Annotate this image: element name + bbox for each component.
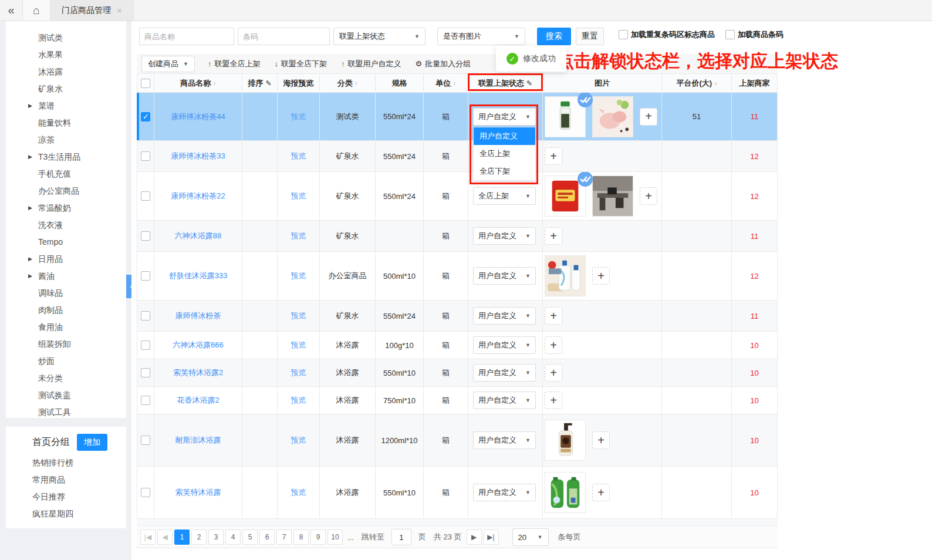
row-status-select[interactable]: 用户自定义▼ — [473, 364, 536, 382]
chevron-right-icon[interactable]: › — [355, 79, 357, 87]
sidebar-category-item[interactable]: ▶菜谱 — [6, 97, 126, 114]
page-button-7[interactable]: 7 — [276, 529, 292, 545]
sidebar-category-item[interactable]: ▶常温酸奶 — [6, 200, 126, 217]
sidebar-category-item[interactable]: 炒面 — [6, 353, 126, 370]
sidebar-category-item[interactable]: ▶酱油 — [6, 268, 126, 285]
sidebar-category-item[interactable]: 凉茶 — [6, 131, 126, 149]
chevron-right-icon[interactable]: › — [213, 79, 215, 87]
home-group-item[interactable]: 疯狂星期四 — [6, 505, 126, 522]
checkbox-icon[interactable] — [619, 30, 628, 39]
create-product-button[interactable]: 创建商品 ▼ — [141, 56, 195, 72]
load-duplicate-barcode-checkbox[interactable]: 加载重复条码区标志商品 — [619, 29, 715, 40]
row-checkbox[interactable] — [141, 396, 150, 405]
first-page-button[interactable]: |◀ — [140, 529, 156, 545]
dropdown-option-all-off-shelf[interactable]: 全店下架 — [474, 163, 535, 180]
add-image-button[interactable]: + — [545, 336, 562, 354]
sidebar-category-item[interactable]: 办公室商品 — [6, 183, 126, 200]
prev-page-button[interactable]: ◀ — [157, 529, 173, 545]
product-name-link[interactable]: 康师傅冰粉茶22 — [171, 191, 225, 201]
add-image-button[interactable]: + — [592, 484, 610, 501]
per-page-select[interactable]: 20▼ — [512, 528, 549, 546]
dropdown-option-all-on-shelf[interactable]: 全店上架 — [474, 145, 535, 163]
product-name-input[interactable] — [139, 28, 234, 45]
preview-link[interactable]: 预览 — [291, 151, 306, 161]
chevron-right-icon[interactable]: › — [714, 79, 717, 87]
sidebar-category-item[interactable]: 矿泉水 — [6, 80, 126, 97]
product-name-link[interactable]: 舒肤佳沐浴露333 — [169, 271, 228, 281]
product-name-link[interactable]: 花香沐浴露2 — [177, 395, 219, 406]
reset-button[interactable]: 重置 — [576, 28, 604, 45]
sidebar-category-item[interactable]: 水果果 — [6, 46, 126, 63]
add-image-button[interactable]: + — [640, 187, 657, 205]
sidebar-category-item[interactable]: 食用油 — [6, 319, 126, 336]
sidebar-category-item[interactable]: 肉制品 — [6, 302, 126, 319]
product-name-link[interactable]: 康师傅冰粉茶 — [175, 311, 221, 321]
product-name-link[interactable]: 耐斯澎沐浴露 — [175, 435, 221, 446]
page-button-1[interactable]: 1 — [174, 529, 190, 545]
page-button-2[interactable]: 2 — [191, 529, 207, 545]
row-checkbox[interactable] — [141, 340, 150, 350]
page-button-8[interactable]: 8 — [293, 529, 309, 545]
add-image-button[interactable]: + — [545, 392, 562, 409]
select-all-checkbox[interactable] — [141, 79, 150, 88]
page-button-6[interactable]: 6 — [259, 529, 275, 545]
preview-link[interactable]: 预览 — [291, 311, 306, 321]
preview-link[interactable]: 预览 — [291, 271, 306, 281]
page-button-10[interactable]: 10 — [327, 529, 343, 545]
checkbox-icon[interactable] — [725, 30, 735, 39]
row-checkbox[interactable] — [141, 231, 150, 241]
page-button-4[interactable]: 4 — [225, 529, 241, 545]
sidebar-category-item[interactable]: 调味品 — [6, 285, 126, 302]
product-name-link[interactable]: 索芙特沐浴露 — [175, 487, 221, 498]
sidebar-category-item[interactable]: 组装拆卸 — [6, 336, 126, 353]
expand-arrow-icon[interactable]: ▶ — [28, 251, 32, 268]
next-page-button[interactable]: ▶ — [467, 529, 482, 545]
add-image-button[interactable]: + — [640, 108, 657, 126]
status-filter-select[interactable]: 联盟上架状态 ▼ — [333, 28, 426, 45]
page-button-5[interactable]: 5 — [242, 529, 258, 545]
add-image-button[interactable]: + — [592, 431, 610, 449]
product-name-link[interactable]: 六神沐浴露88 — [175, 231, 221, 241]
row-status-select[interactable]: 用户自定义▼ — [473, 307, 536, 325]
sidebar-category-item[interactable]: ▶日用品 — [6, 251, 126, 268]
preview-link[interactable]: 预览 — [291, 340, 306, 350]
row-status-select[interactable]: 用户自定义▼ — [473, 431, 536, 449]
has-image-filter-select[interactable]: 是否有图片 ▼ — [437, 28, 525, 45]
dropdown-option-user-defined[interactable]: 用户自定义 — [474, 127, 535, 145]
toolbar-action-批量加入分组[interactable]: ⚙批量加入分组 — [415, 59, 471, 69]
sidebar-category-item[interactable]: Tempo — [6, 234, 126, 251]
jump-page-input[interactable] — [391, 529, 411, 545]
row-checkbox[interactable] — [141, 311, 150, 321]
page-button-9[interactable]: 9 — [310, 529, 326, 545]
add-image-button[interactable]: + — [545, 364, 562, 382]
row-checkbox[interactable] — [141, 112, 150, 122]
add-image-button[interactable]: + — [545, 227, 562, 245]
sidebar-category-item[interactable]: ▶T3生活用品 — [6, 149, 126, 166]
expand-arrow-icon[interactable]: ▶ — [28, 268, 32, 285]
product-name-link[interactable]: 康师傅冰粉茶44 — [171, 112, 225, 122]
row-checkbox[interactable] — [141, 368, 150, 377]
product-name-link[interactable]: 康师傅冰粉茶33 — [171, 151, 225, 161]
sidebar-category-item[interactable]: 测试类 — [6, 29, 126, 46]
row-status-select[interactable]: 用户自定义▼ — [473, 267, 536, 285]
sidebar-collapse-icon[interactable]: « — [0, 0, 22, 21]
load-product-barcode-checkbox[interactable]: 加载商品条码 — [725, 29, 784, 40]
sidebar-category-item[interactable]: 沐浴露 — [6, 63, 126, 80]
add-group-button[interactable]: 增加 — [77, 434, 107, 451]
row-status-select[interactable]: 用户自定义▼ — [473, 227, 536, 245]
home-group-item[interactable]: 今日推荐 — [6, 488, 126, 505]
barcode-input[interactable] — [238, 28, 330, 45]
search-button[interactable]: 搜索 — [537, 28, 571, 45]
add-image-button[interactable]: + — [545, 147, 562, 165]
row-checkbox[interactable] — [141, 191, 150, 201]
row-status-select[interactable]: 用户自定义▼ — [473, 392, 536, 409]
preview-link[interactable]: 预览 — [291, 395, 306, 406]
sidebar-category-item[interactable]: 未分类 — [6, 370, 126, 387]
preview-link[interactable]: 预览 — [291, 231, 306, 241]
tab-store-product-management[interactable]: 门店商品管理 × — [50, 0, 134, 21]
add-image-button[interactable]: + — [545, 307, 562, 325]
preview-link[interactable]: 预览 — [291, 112, 306, 122]
home-tab[interactable]: ⌂ — [22, 0, 50, 21]
row-status-select[interactable]: 用户自定义▼ — [473, 108, 536, 126]
last-page-button[interactable]: ▶| — [484, 529, 499, 545]
